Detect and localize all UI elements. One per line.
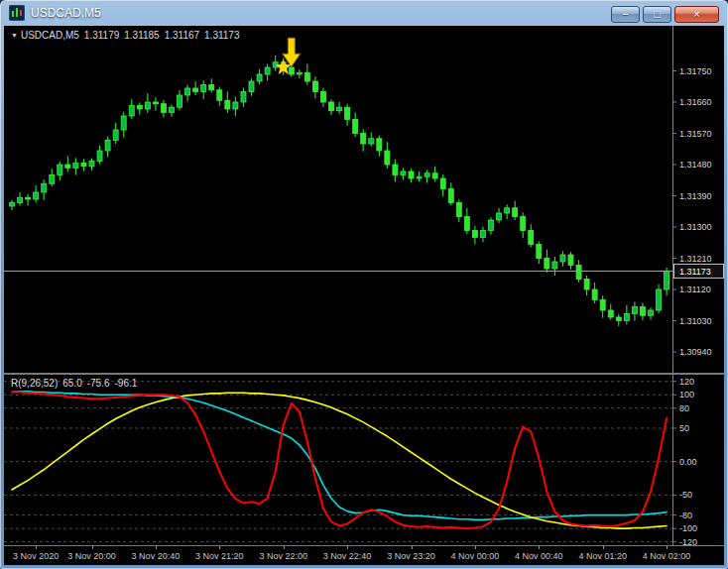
candle-body [448, 189, 453, 203]
candle-body [440, 178, 445, 189]
candle-body [537, 245, 542, 259]
candle-body [129, 106, 134, 117]
candle-body [320, 92, 325, 103]
price-tick-label: 1.31390 [679, 191, 712, 201]
candle-body [417, 176, 422, 178]
candle-body [233, 102, 238, 109]
candle-body [145, 102, 150, 109]
price-tick-label: 1.31480 [679, 160, 712, 170]
bid-price-tag-label: 1.31173 [679, 267, 711, 277]
candle-body [432, 173, 437, 178]
candle-body [616, 317, 621, 321]
window-titlebar[interactable]: USDCAD,M5 − □ × [0, 0, 728, 26]
time-axis-label: 3 Nov 20:00 [67, 551, 116, 561]
candle-body [26, 197, 31, 199]
candle-body [513, 208, 518, 217]
candle-body [600, 300, 605, 311]
time-axis-label: 4 Nov 02:00 [643, 551, 691, 561]
candle-body [105, 141, 110, 152]
candle-body [409, 171, 414, 178]
candle-body [560, 255, 565, 262]
time-tick [667, 546, 667, 549]
candle-body [217, 90, 222, 101]
candle-body [42, 183, 47, 192]
minimize-button[interactable]: − [611, 6, 640, 23]
indicator-name: R(9,26,52) [11, 378, 58, 389]
candle-body [361, 134, 366, 145]
time-axis[interactable]: 3 Nov 20203 Nov 20:003 Nov 20:403 Nov 21… [4, 546, 724, 565]
indicator-tick-label: 100 [679, 390, 694, 399]
candle-body [624, 314, 629, 321]
indicator-label: R(9,26,52)65.0-75.6-96.1 [11, 378, 137, 389]
candle-body [632, 307, 637, 314]
candle-body [153, 102, 158, 104]
candle-body [97, 151, 102, 162]
indicator-tick-label: 50 [679, 423, 689, 433]
price-tick-label: 1.31210 [679, 254, 712, 264]
candle-body [297, 72, 302, 74]
candle-body [113, 130, 118, 141]
indicator-tick-label: -80 [679, 511, 692, 520]
chart-client-area: ▼USDCAD,M51.311791.311851.311671.31173 1… [4, 26, 724, 565]
indicator-pane-canvas[interactable]: 12010080500.00-50-80-100-120 [4, 375, 724, 545]
candle-body [576, 266, 581, 280]
quote-close: 1.31173 [204, 30, 239, 41]
price-tick-label: 1.30940 [679, 347, 712, 357]
time-tick [36, 546, 37, 549]
price-tick-label: 1.31120 [679, 284, 711, 294]
window-frame: USDCAD,M5 − □ × ▼USDCAD,M51.311791.31185… [0, 0, 728, 569]
price-tick-label: 1.31300 [679, 222, 712, 232]
candle-body [584, 280, 589, 290]
candle-body [592, 289, 597, 300]
candle-body [657, 289, 662, 310]
time-tick [539, 546, 540, 549]
candle-body [464, 217, 469, 231]
candle-body [65, 165, 70, 169]
candle-body [345, 107, 350, 119]
close-button[interactable]: × [674, 6, 719, 23]
time-axis-label: 3 Nov 23:20 [387, 551, 435, 561]
candle-body [385, 151, 390, 165]
candle-body [640, 307, 645, 316]
time-axis-label: 3 Nov 21:20 [195, 551, 244, 561]
candle-body [81, 163, 86, 167]
candle-body [89, 162, 94, 167]
candle-body [456, 203, 461, 217]
time-axis-label: 4 Nov 00:00 [451, 551, 500, 561]
time-tick [92, 546, 93, 549]
price-tick-label: 1.31030 [679, 316, 712, 326]
indicator-tick-label: 120 [679, 377, 694, 387]
time-axis-label: 4 Nov 01:20 [578, 551, 627, 561]
price-tick-label: 1.31660 [679, 97, 712, 107]
main-price-chart-canvas[interactable]: 1.317501.316601.315701.314801.313901.313… [4, 26, 724, 373]
candle-body [529, 231, 534, 245]
candle-body [545, 259, 549, 270]
candle-body [304, 72, 309, 81]
candle-body [353, 120, 358, 134]
candle-body [225, 100, 230, 109]
time-tick [219, 546, 220, 549]
time-axis-label: 3 Nov 22:40 [323, 551, 372, 561]
candle-body [209, 85, 214, 90]
time-tick [412, 546, 413, 549]
candle-body [377, 139, 382, 151]
quote-high: 1.31185 [124, 30, 159, 41]
indicator-line-fast [12, 393, 667, 529]
candle-body [665, 271, 669, 289]
maximize-button[interactable]: □ [643, 6, 671, 23]
candle-body [401, 171, 406, 175]
time-tick [475, 546, 476, 549]
indicator-value-medium: -75.6 [87, 378, 110, 389]
time-tick [347, 546, 348, 549]
app-icon [9, 5, 25, 21]
candle-body [170, 107, 175, 112]
window-title: USDCAD,M5 [31, 6, 101, 20]
candle-body [185, 88, 190, 95]
candle-body [58, 165, 62, 175]
time-tick [284, 546, 285, 549]
indicator-line-slow [12, 393, 667, 528]
candle-body [608, 310, 613, 317]
candle-body [289, 67, 294, 74]
time-tick [156, 546, 157, 549]
candle-body [521, 217, 526, 231]
